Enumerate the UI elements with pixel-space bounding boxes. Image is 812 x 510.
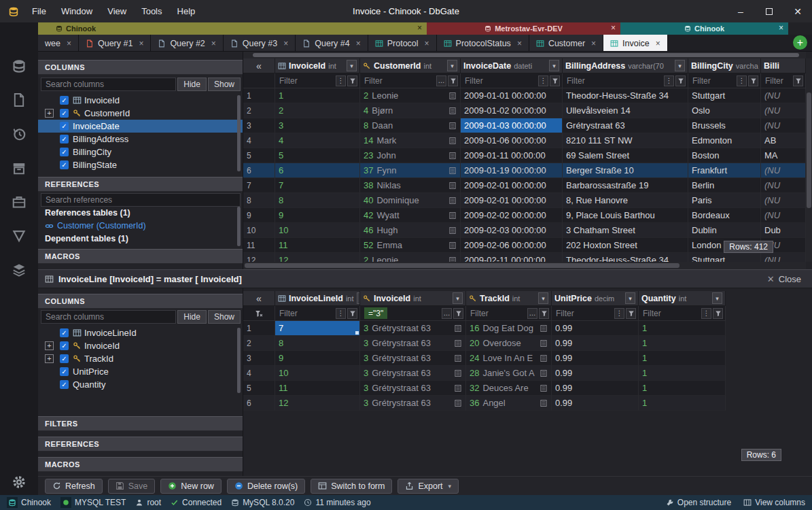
filter-input-customerid[interactable]: Filter… xyxy=(360,73,461,88)
filter-options-button[interactable]: … xyxy=(436,75,446,86)
status-root[interactable]: root xyxy=(135,498,161,507)
filter-options-button[interactable]: … xyxy=(442,308,452,319)
column-menu-button[interactable]: ▾ xyxy=(347,60,357,71)
columns-section-header[interactable]: COLUMNS xyxy=(38,294,243,309)
open-reference-icon[interactable] xyxy=(448,241,457,250)
filter-funnel-icon[interactable] xyxy=(793,75,803,86)
cell-unitprice[interactable]: 0.99 xyxy=(552,351,639,366)
column-menu-button[interactable]: ▾ xyxy=(712,292,722,304)
open-reference-icon[interactable] xyxy=(448,197,457,205)
collapse-panel-button[interactable]: « xyxy=(243,58,275,73)
cell-customerid[interactable]: 52Emma xyxy=(360,238,461,253)
horizontal-scrollbar-top[interactable] xyxy=(243,52,806,58)
open-reference-icon[interactable] xyxy=(454,324,462,333)
filter-funnel-icon[interactable] xyxy=(748,75,758,86)
cell-invoicelineid[interactable]: 7 xyxy=(275,321,360,336)
cell-billingaddress[interactable]: 69 Salem Street xyxy=(563,148,688,163)
collapse-panel-button[interactable]: « xyxy=(243,291,275,306)
column-item-billingcity[interactable]: ✓BillingCity xyxy=(38,146,243,158)
cell-billingstate[interactable]: Dub xyxy=(761,223,806,238)
tab-group-chinook-0[interactable]: Chinook× xyxy=(38,22,427,35)
scrollbar-thumb[interactable] xyxy=(245,263,679,268)
cell-unitprice[interactable]: 0.99 xyxy=(552,366,639,381)
open-reference-icon[interactable] xyxy=(454,384,462,392)
cell-billingstate[interactable]: MA xyxy=(761,148,806,163)
close-tab-icon[interactable]: × xyxy=(425,39,429,48)
cell-invoiceid[interactable]: 3Grétrystraat 63 xyxy=(360,351,466,366)
header-unitprice[interactable]: UnitPricedecim▾ xyxy=(552,291,639,306)
column-menu-button[interactable]: ▾ xyxy=(625,292,635,304)
cell-customerid[interactable]: 42Wyatt xyxy=(360,208,461,223)
cell-billingstate[interactable]: (NU xyxy=(761,193,806,208)
cell-billingcity[interactable]: Bordeaux xyxy=(688,208,761,223)
tab-protocol[interactable]: Protocol× xyxy=(368,35,437,52)
checkbox[interactable]: ✓ xyxy=(60,341,69,350)
cell-customerid[interactable]: 46Hugh xyxy=(360,223,461,238)
cell-billingaddress[interactable]: Theodor-Heuss-Straße 34 xyxy=(563,253,688,262)
close-tab-icon[interactable]: × xyxy=(591,39,596,48)
cell-quantity[interactable]: 1 xyxy=(639,366,726,381)
row-number[interactable]: 6 xyxy=(243,396,275,411)
open-reference-icon[interactable] xyxy=(540,354,548,362)
menu-window[interactable]: Window xyxy=(54,0,100,22)
cell-billingstate[interactable]: (NU xyxy=(761,253,806,262)
cell-customerid[interactable]: 4Bjørn xyxy=(360,103,461,118)
checkbox[interactable]: ✓ xyxy=(60,328,69,337)
cell-billingstate[interactable]: (NU xyxy=(761,208,806,223)
grid-row[interactable]: 283Grétrystraat 6320Overdose0.991 xyxy=(243,336,726,351)
close-detail-button[interactable]: ✕ Close xyxy=(767,274,805,284)
header-invoiceid[interactable]: InvoiceIdint▾ xyxy=(360,291,466,306)
cell-trackid[interactable]: 32Deuces Are xyxy=(466,381,552,396)
row-number[interactable]: 5 xyxy=(243,381,275,396)
close-tab-icon[interactable]: × xyxy=(211,39,216,48)
checkbox[interactable]: ✓ xyxy=(60,160,69,169)
filter-funnel-icon[interactable] xyxy=(453,308,463,319)
header-invoicedate[interactable]: InvoiceDatedateti▾ xyxy=(461,58,563,73)
row-number[interactable]: 9 xyxy=(243,208,275,223)
cell-billingcity[interactable]: Stuttgart xyxy=(688,88,761,103)
grid-row[interactable]: 224Bjørn2009-01-02 00:00:00Ullevålsveien… xyxy=(243,103,806,118)
search-columns-input[interactable] xyxy=(41,310,176,324)
tab-query-1[interactable]: Query #1× xyxy=(79,35,151,52)
header-customerid[interactable]: CustomerIdint▾ xyxy=(360,58,461,73)
hide-columns-button[interactable]: Hide xyxy=(177,310,207,324)
row-number[interactable]: 2 xyxy=(243,103,275,118)
filter-input-invoiceid[interactable]: ="3"… xyxy=(360,306,466,321)
show-columns-button[interactable]: Show xyxy=(208,310,241,324)
close-group-icon[interactable]: × xyxy=(611,23,616,33)
open-reference-icon[interactable] xyxy=(448,256,457,262)
column-item-invoiceid[interactable]: +✓InvoiceId xyxy=(38,339,243,352)
cell-invoicedate[interactable]: 2009-02-11 00:00:00 xyxy=(461,253,563,262)
settings-icon[interactable] xyxy=(0,475,38,490)
cell-billingcity[interactable]: Paris xyxy=(688,193,761,208)
cell-quantity[interactable]: 1 xyxy=(639,336,726,351)
row-number[interactable]: 4 xyxy=(243,366,275,381)
filter-funnel-icon[interactable] xyxy=(347,308,357,319)
open-reference-icon[interactable] xyxy=(448,122,457,130)
cell-billingaddress[interactable]: Berger Straße 10 xyxy=(563,163,688,178)
tab-protocolstatus[interactable]: ProtocolStatus× xyxy=(437,35,529,52)
open-reference-icon[interactable] xyxy=(448,152,457,160)
horizontal-scrollbar[interactable] xyxy=(243,262,806,269)
close-tab-icon[interactable]: × xyxy=(283,39,288,48)
checkbox[interactable]: ✓ xyxy=(60,367,69,376)
close-tab-icon[interactable]: × xyxy=(356,39,361,48)
cell-invoiceid[interactable]: 9 xyxy=(275,208,360,223)
scrollbar-thumb[interactable] xyxy=(253,53,799,57)
menu-help[interactable]: Help xyxy=(170,0,203,22)
filter-input-invoiceid[interactable]: Filter⋮ xyxy=(275,73,360,88)
column-menu-button[interactable]: ▾ xyxy=(549,60,559,71)
cell-customerid[interactable]: 2Leonie xyxy=(360,253,461,262)
column-item-invoicelineid[interactable]: ✓InvoiceLineId xyxy=(38,326,243,339)
cell-invoicelineid[interactable]: 12 xyxy=(275,396,360,411)
grid-row[interactable]: 101046Hugh2009-02-03 00:00:003 Chatham S… xyxy=(243,223,806,238)
file-icon[interactable] xyxy=(11,92,27,108)
filter-funnel-icon[interactable] xyxy=(550,75,560,86)
minimize-button[interactable]: – xyxy=(726,0,755,22)
cell-customerid[interactable]: 38Niklas xyxy=(360,178,461,193)
cell-invoicedate[interactable]: 2009-01-19 00:00:00 xyxy=(461,163,563,178)
column-item-billingstate[interactable]: ✓BillingState xyxy=(38,158,243,171)
checkbox[interactable]: ✓ xyxy=(60,148,69,156)
filter-funnel-icon[interactable] xyxy=(713,308,723,319)
search-references-input[interactable] xyxy=(41,193,241,207)
